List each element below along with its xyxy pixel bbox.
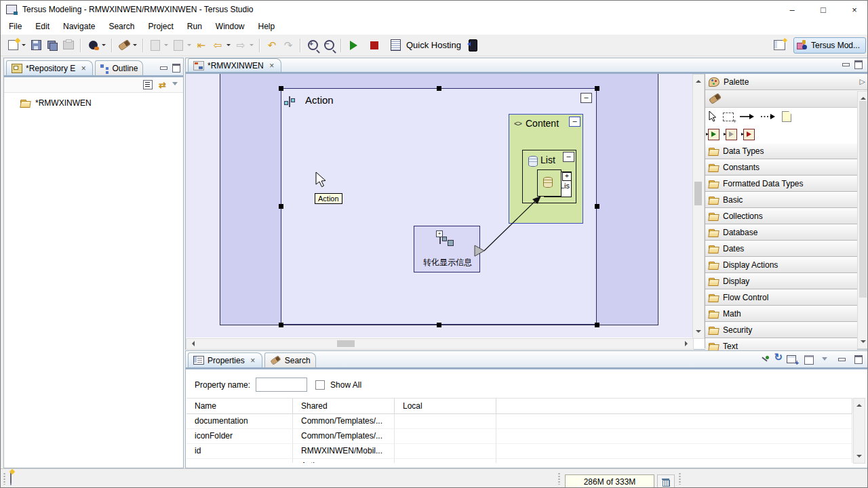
- select-tool-icon[interactable]: [708, 111, 717, 122]
- hscroll-thumb[interactable]: [337, 340, 355, 347]
- palette-category[interactable]: Display Actions: [705, 257, 857, 273]
- editor-maximize-icon[interactable]: [854, 60, 863, 69]
- scroll-down-icon[interactable]: [861, 340, 866, 346]
- column-header[interactable]: Name: [186, 399, 293, 414]
- forward-button[interactable]: ⇨: [233, 37, 248, 54]
- save-all-button[interactable]: [45, 37, 60, 54]
- model-list-box[interactable]: List – Lis +: [522, 150, 576, 203]
- zoom-out-button[interactable]: −: [321, 37, 336, 54]
- forward-dropdown-arrow[interactable]: [250, 44, 254, 48]
- mobile-preview-button[interactable]: [466, 37, 481, 54]
- vscroll-thumb[interactable]: [694, 182, 702, 205]
- trigger-gray-tool-icon[interactable]: [726, 129, 737, 140]
- scroll-left-icon[interactable]: [189, 341, 195, 346]
- redo-button[interactable]: ↷: [281, 37, 296, 54]
- tab-search[interactable]: Search: [264, 352, 316, 367]
- view-menu-icon[interactable]: [822, 357, 827, 363]
- trigger-green-tool-icon[interactable]: [708, 129, 719, 140]
- new-wizard-button[interactable]: [5, 37, 20, 54]
- palette-scroll-thumb[interactable]: [859, 101, 867, 298]
- palette-category[interactable]: Flow Control: [705, 289, 857, 306]
- palette-category[interactable]: Dates: [705, 241, 857, 257]
- run-key-button[interactable]: [85, 37, 100, 54]
- property-cell-local[interactable]: [395, 414, 496, 429]
- tab-properties[interactable]: Properties ×: [188, 352, 262, 367]
- properties-table-scrollbar[interactable]: [853, 398, 865, 464]
- selection-handle-n[interactable]: [437, 86, 441, 91]
- scroll-down-icon[interactable]: [696, 330, 701, 336]
- search-brush-button[interactable]: [117, 37, 132, 54]
- property-cell-name[interactable]: documentation: [186, 414, 293, 429]
- maximize-button[interactable]: □: [813, 1, 833, 18]
- column-header[interactable]: Shared: [293, 399, 395, 414]
- selection-handle-w[interactable]: [279, 204, 283, 209]
- palette-category[interactable]: Math: [705, 306, 857, 322]
- back-button[interactable]: ⇦: [210, 37, 225, 54]
- property-cell-name[interactable]: id: [186, 444, 293, 459]
- tree-item-rmwxinwen[interactable]: *RMWXINWEN: [4, 93, 183, 108]
- scroll-right-icon[interactable]: [685, 341, 690, 346]
- view-maximize-icon[interactable]: [854, 355, 863, 364]
- tab-repository-explorer[interactable]: *Repository E ×: [6, 60, 93, 75]
- show-all-checkbox[interactable]: [315, 380, 325, 390]
- zoom-in-button[interactable]: +: [305, 37, 320, 54]
- palette-category[interactable]: Data Types: [705, 143, 857, 159]
- palette-scrollbar[interactable]: [857, 91, 868, 349]
- tab-close-icon[interactable]: ×: [249, 356, 257, 365]
- selection-handle-nw[interactable]: [279, 86, 283, 91]
- property-cell-local[interactable]: [395, 459, 496, 463]
- expand-button[interactable]: +: [562, 172, 572, 181]
- quick-hosting-label[interactable]: Quick Hosting: [406, 40, 461, 50]
- view-minimize-icon[interactable]: [160, 64, 167, 70]
- dotted-arrow-tool-icon[interactable]: [761, 113, 776, 120]
- tab-close-icon[interactable]: ×: [79, 64, 87, 73]
- model-transform-box[interactable]: 转化显示信息: [414, 226, 480, 272]
- property-cell-shared[interactable]: Action: [293, 459, 395, 463]
- run-button[interactable]: [346, 37, 361, 54]
- column-header[interactable]: Local: [395, 399, 496, 414]
- palette-category[interactable]: Display: [705, 273, 857, 289]
- menu-item[interactable]: Window: [209, 20, 252, 33]
- minimize-button[interactable]: –: [782, 1, 802, 18]
- menu-item[interactable]: Run: [180, 20, 209, 33]
- palette-pin-icon[interactable]: ▷: [860, 77, 865, 86]
- show-categories-icon[interactable]: [804, 355, 814, 365]
- model-canvas[interactable]: Action – <> Content – List – Lis: [186, 74, 692, 338]
- property-cell-shared[interactable]: Common/Templates/...: [293, 414, 395, 429]
- property-cell-shared[interactable]: Common/Templates/...: [293, 429, 395, 444]
- property-cell-shared[interactable]: RMWXINWEN/Mobil...: [293, 444, 395, 459]
- action-collapse-button[interactable]: –: [580, 93, 592, 103]
- list-collapse-button[interactable]: –: [563, 152, 574, 162]
- palette-category[interactable]: Formatted Data Types: [705, 176, 857, 192]
- palette-header[interactable]: Palette ▷: [705, 74, 868, 90]
- open-perspective-button[interactable]: [772, 37, 787, 54]
- flow-arrow-tool-icon[interactable]: [740, 113, 755, 120]
- menu-item[interactable]: Project: [141, 20, 180, 33]
- editor-minimize-icon[interactable]: [842, 60, 849, 66]
- editor-hscrollbar[interactable]: [186, 338, 694, 350]
- print-button[interactable]: [61, 37, 76, 54]
- selection-handle-se[interactable]: [595, 323, 599, 327]
- marquee-tool-icon[interactable]: [723, 113, 734, 121]
- palette-category[interactable]: Constants: [705, 159, 857, 176]
- pin-icon[interactable]: [761, 355, 770, 364]
- tab-outline[interactable]: Outline: [95, 60, 143, 75]
- sync-icon[interactable]: ⇄: [159, 80, 166, 90]
- palette-tools-section-header[interactable]: [705, 90, 857, 108]
- scroll-up-icon[interactable]: [696, 77, 701, 83]
- view-maximize-icon[interactable]: [172, 64, 180, 73]
- last-edit-button[interactable]: [148, 37, 163, 54]
- perspective-button-tersus-modeling[interactable]: Tersus Mod...: [793, 37, 866, 54]
- selection-handle-sw[interactable]: [279, 323, 283, 327]
- menu-item[interactable]: Search: [102, 20, 141, 33]
- editor-vscrollbar[interactable]: [692, 74, 705, 339]
- property-cell-local[interactable]: [395, 444, 496, 459]
- last-edit-dropdown-arrow[interactable]: [164, 44, 168, 48]
- property-cell-name[interactable]: name: [186, 459, 293, 463]
- menu-item[interactable]: File: [2, 20, 28, 33]
- menu-item[interactable]: Navigate: [56, 20, 102, 33]
- fast-view-icon[interactable]: [10, 472, 12, 485]
- quick-hosting-button[interactable]: [388, 37, 403, 54]
- palette-category[interactable]: Security: [705, 322, 857, 338]
- back-dropdown-arrow[interactable]: [226, 44, 231, 48]
